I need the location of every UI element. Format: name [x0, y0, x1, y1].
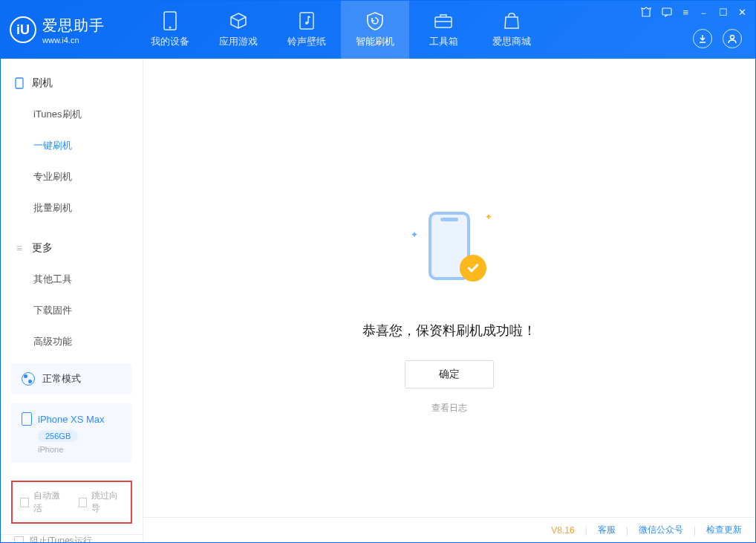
tab-label: 我的设备: [151, 35, 189, 48]
check-circle-icon: [460, 255, 486, 282]
toolbox-icon: [434, 11, 453, 30]
stop-itunes-label[interactable]: 阻止iTunes运行: [30, 535, 92, 542]
footer-link-update[interactable]: 检查更新: [706, 524, 742, 536]
storage-badge: 256GB: [38, 430, 78, 442]
device-name-row: iPhone XS Max: [22, 412, 122, 426]
device-icon: [160, 11, 180, 30]
tab-label: 工具箱: [429, 35, 458, 48]
shield-icon: [365, 11, 385, 30]
download-icon[interactable]: [693, 29, 712, 48]
list-icon: ≡: [14, 243, 25, 253]
tab-toolbox[interactable]: 工具箱: [409, 1, 478, 59]
mode-box[interactable]: 正常模式: [11, 363, 132, 394]
footer-link-wechat[interactable]: 微信公众号: [639, 524, 683, 536]
checkbox-icon: [20, 498, 29, 507]
header-actions: [693, 29, 742, 48]
window-controls: ≡ － ☐ ✕: [641, 7, 746, 20]
bag-icon: [502, 11, 521, 30]
tab-smart-flash[interactable]: 智能刷机: [341, 1, 409, 59]
svg-rect-2: [300, 13, 313, 29]
checkbox-auto-activate[interactable]: 自动激活: [20, 490, 65, 515]
app-window: iU 爱思助手 www.i4.cn 我的设备 应用游戏 铃声壁纸 智能刷机: [0, 0, 756, 543]
main-tabs: 我的设备 应用游戏 铃声壁纸 智能刷机 工具箱 爱思商城: [136, 1, 546, 59]
device-name: iPhone XS Max: [38, 414, 105, 425]
section-title: 更多: [32, 241, 53, 255]
logo-text: 爱思助手 www.i4.cn: [42, 16, 105, 45]
svg-point-6: [731, 36, 734, 39]
app-logo: iU 爱思助手 www.i4.cn: [10, 16, 136, 45]
checkbox-skip-guide[interactable]: 跳过向导: [79, 490, 124, 515]
tab-label: 铃声壁纸: [287, 35, 326, 48]
mode-icon: [22, 372, 35, 386]
sidebar-item-onekey-flash[interactable]: 一键刷机: [1, 130, 143, 161]
options-box: 自动激活 跳过向导: [11, 481, 132, 524]
mode-label: 正常模式: [42, 372, 81, 386]
sidebar-item-itunes-flash[interactable]: iTunes刷机: [1, 99, 143, 130]
checkbox-label: 跳过向导: [91, 490, 123, 515]
svg-rect-7: [16, 78, 23, 88]
view-log-link[interactable]: 查看日志: [431, 402, 467, 414]
section-header-flash: 刷机: [1, 72, 143, 99]
logo-icon: iU: [10, 16, 36, 43]
sidebar-item-download-firmware[interactable]: 下载固件: [1, 295, 143, 326]
main-content: ✦ ✦ 恭喜您，保资料刷机成功啦！ 确定 查看日志: [143, 59, 755, 542]
sidebar-item-other-tools[interactable]: 其他工具: [1, 264, 143, 295]
sidebar-item-pro-flash[interactable]: 专业刷机: [1, 161, 143, 192]
sparkle-icon: ✦: [411, 230, 418, 240]
user-icon[interactable]: [723, 29, 742, 48]
version-label: V8.16: [551, 525, 574, 536]
sidebar-section-flash: 刷机 iTunes刷机 一键刷机 专业刷机 批量刷机: [1, 59, 143, 224]
tab-store[interactable]: 爱思商城: [478, 1, 546, 59]
sidebar-item-batch-flash[interactable]: 批量刷机: [1, 192, 143, 224]
footer-right: V8.16 | 客服 | 微信公众号 | 检查更新: [551, 524, 742, 536]
section-header-more: ≡ 更多: [1, 237, 143, 264]
footer: 阻止iTunes运行: [1, 534, 143, 542]
tab-label: 智能刷机: [356, 35, 394, 48]
device-box[interactable]: iPhone XS Max 256GB iPhone: [11, 403, 132, 463]
section-title: 刷机: [32, 77, 53, 90]
minimize-icon[interactable]: －: [699, 7, 708, 20]
tab-label: 爱思商城: [492, 35, 531, 48]
menu-icon[interactable]: ≡: [682, 7, 688, 20]
sidebar-item-advanced[interactable]: 高级功能: [1, 326, 143, 357]
sidebar: 刷机 iTunes刷机 一键刷机 专业刷机 批量刷机 ≡ 更多 其他工具 下载固…: [1, 59, 143, 542]
svg-point-3: [305, 22, 308, 25]
header: iU 爱思助手 www.i4.cn 我的设备 应用游戏 铃声壁纸 智能刷机: [1, 1, 755, 59]
phone-icon: [22, 412, 32, 426]
checkbox-icon[interactable]: [14, 536, 24, 542]
music-icon: [297, 11, 316, 30]
tab-label: 应用游戏: [219, 35, 258, 48]
checkbox-icon: [79, 498, 88, 507]
sparkle-icon: ✦: [485, 212, 492, 222]
tab-ringtone-wallpaper[interactable]: 铃声壁纸: [273, 1, 341, 59]
svg-rect-4: [435, 17, 452, 27]
cube-icon: [229, 11, 248, 30]
device-type: iPhone: [38, 445, 122, 454]
maximize-icon[interactable]: ☐: [719, 7, 728, 20]
svg-point-1: [169, 27, 172, 29]
phone-small-icon: [14, 78, 25, 88]
app-title: 爱思助手: [42, 16, 105, 36]
close-icon[interactable]: ✕: [738, 7, 746, 20]
checkbox-label: 自动激活: [33, 490, 65, 515]
sidebar-section-more: ≡ 更多 其他工具 下载固件 高级功能: [1, 224, 143, 357]
body: 刷机 iTunes刷机 一键刷机 专业刷机 批量刷机 ≡ 更多 其他工具 下载固…: [1, 59, 755, 542]
tab-apps-games[interactable]: 应用游戏: [204, 1, 273, 59]
footer-link-service[interactable]: 客服: [598, 524, 616, 536]
status-bar: V8.16 | 客服 | 微信公众号 | 检查更新: [143, 517, 755, 542]
app-subtitle: www.i4.cn: [42, 36, 105, 45]
confirm-button[interactable]: 确定: [405, 360, 494, 388]
tab-my-device[interactable]: 我的设备: [136, 1, 204, 59]
success-illustration: ✦ ✦: [405, 207, 494, 296]
success-message: 恭喜您，保资料刷机成功啦！: [362, 322, 536, 339]
feedback-icon[interactable]: [662, 7, 672, 20]
skin-icon[interactable]: [641, 7, 651, 20]
svg-rect-5: [662, 8, 671, 15]
